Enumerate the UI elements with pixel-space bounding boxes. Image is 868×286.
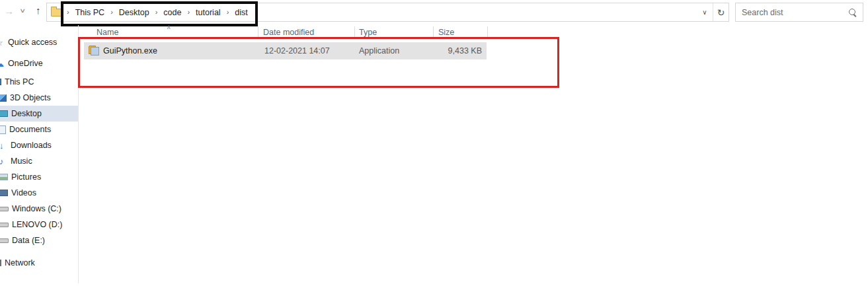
drive-icon [0, 238, 9, 243]
sort-ascending-icon: ∧ [167, 24, 171, 30]
breadcrumb-separator-icon: › [153, 9, 161, 16]
breadcrumb-item-dist[interactable]: dist [231, 7, 251, 18]
sidebar-item-label: Videos [11, 188, 36, 197]
column-separator[interactable] [258, 26, 258, 39]
quick-access-star-icon: ☆ [0, 38, 5, 47]
sidebar-item-quick-access[interactable]: ☆ Quick access [0, 34, 78, 50]
drive-icon [0, 223, 9, 227]
file-explorer-window: → ∨ ↑ › This PC › Desktop › code › tutor… [0, 0, 868, 286]
sidebar-item-pictures[interactable]: Pictures [0, 169, 78, 185]
pyinstaller-exe-icon [89, 46, 99, 55]
sidebar-item-label: Documents [9, 125, 51, 134]
sidebar-item-documents[interactable]: Documents [0, 122, 78, 137]
forward-arrow-icon[interactable]: → [4, 6, 14, 16]
sidebar-item-label: Network [5, 258, 35, 268]
breadcrumb-item-this-pc[interactable]: This PC [72, 7, 108, 18]
onedrive-cloud-icon: ☁ [0, 59, 5, 68]
file-date-modified: 12-02-2021 14:07 [264, 46, 330, 55]
address-dropdown-button[interactable]: ∨ [697, 3, 713, 21]
sidebar-item-label: Desktop [11, 109, 42, 118]
breadcrumb-item-tutorial[interactable]: tutorial [192, 7, 224, 18]
breadcrumb-separator-icon: › [224, 9, 232, 16]
column-header-size[interactable]: Size [438, 28, 454, 37]
sidebar-item-label: Quick access [8, 38, 57, 47]
file-type: Application [359, 46, 399, 55]
sidebar-item-windows-c[interactable]: Windows (C:) [0, 201, 78, 217]
network-icon [0, 260, 1, 266]
folder-icon [51, 9, 61, 17]
sidebar-item-onedrive[interactable]: ☁ OneDrive [0, 55, 78, 71]
sidebar-item-desktop[interactable]: Desktop [0, 106, 78, 122]
chevron-down-icon: ∨ [702, 9, 707, 16]
breadcrumb-separator-icon: › [108, 9, 116, 16]
sidebar-item-label: This PC [5, 77, 34, 87]
sidebar-item-videos[interactable]: Videos [0, 185, 78, 201]
sidebar-divider [78, 25, 79, 283]
file-row-guipython-exe[interactable]: GuiPython.exe 12-02-2021 14:07 Applicati… [84, 42, 487, 59]
this-pc-monitor-icon [0, 79, 1, 85]
drive-icon [0, 207, 9, 211]
sidebar-item-music[interactable]: ♪ Music [0, 153, 78, 169]
sidebar-item-label: LENOVO (D:) [12, 220, 62, 229]
sidebar-item-label: Music [11, 157, 32, 166]
breadcrumb-separator-icon: › [184, 9, 192, 16]
sidebar-item-3d-objects[interactable]: 3D Objects [0, 90, 78, 106]
breadcrumb-item-code[interactable]: code [160, 7, 184, 18]
search-icon[interactable] [848, 8, 857, 17]
column-header-date-modified[interactable]: Date modified [263, 28, 314, 37]
breadcrumb-separator-icon: › [64, 9, 72, 16]
sidebar-item-lenovo-d[interactable]: LENOVO (D:) [0, 217, 78, 232]
sidebar-item-network[interactable]: Network [0, 255, 78, 271]
up-arrow-icon[interactable]: ↑ [36, 5, 41, 15]
sidebar-item-this-pc[interactable]: This PC [0, 74, 78, 90]
sidebar-item-label: Windows (C:) [12, 204, 61, 213]
sidebar-item-label: Downloads [11, 141, 52, 150]
sidebar-item-label: Data (E:) [12, 236, 45, 245]
search-box[interactable] [735, 3, 863, 22]
3d-objects-cube-icon [0, 94, 7, 102]
column-separator[interactable] [487, 26, 488, 39]
sidebar-item-label: 3D Objects [10, 93, 51, 102]
refresh-button[interactable]: ↻ [713, 3, 729, 21]
address-bar[interactable]: › This PC › Desktop › code › tutorial › … [46, 3, 729, 22]
documents-icon [0, 125, 6, 134]
breadcrumb-item-desktop[interactable]: Desktop [116, 7, 153, 18]
recent-locations-chevron-icon[interactable]: ∨ [19, 8, 26, 14]
sidebar-item-label: OneDrive [8, 59, 43, 68]
file-name: GuiPython.exe [103, 46, 157, 55]
music-note-icon: ♪ [0, 157, 7, 166]
column-separator[interactable] [433, 26, 434, 39]
file-size: 9,433 KB [448, 46, 482, 55]
downloads-arrow-icon: ↓ [0, 141, 7, 150]
column-header-type[interactable]: Type [359, 28, 377, 37]
desktop-monitor-icon [0, 110, 8, 117]
sidebar-item-downloads[interactable]: ↓ Downloads [0, 137, 78, 153]
search-input[interactable] [736, 3, 848, 21]
navigation-pane: ☆ Quick access ☁ OneDrive This PC 3D Obj… [0, 34, 78, 271]
pictures-icon [0, 174, 8, 180]
sidebar-item-label: Pictures [11, 172, 41, 182]
column-separator[interactable] [354, 26, 355, 39]
column-header-name[interactable]: Name [97, 28, 118, 37]
refresh-icon: ↻ [717, 7, 725, 18]
sidebar-item-data-e[interactable]: Data (E:) [0, 232, 78, 248]
videos-film-icon [0, 190, 8, 196]
